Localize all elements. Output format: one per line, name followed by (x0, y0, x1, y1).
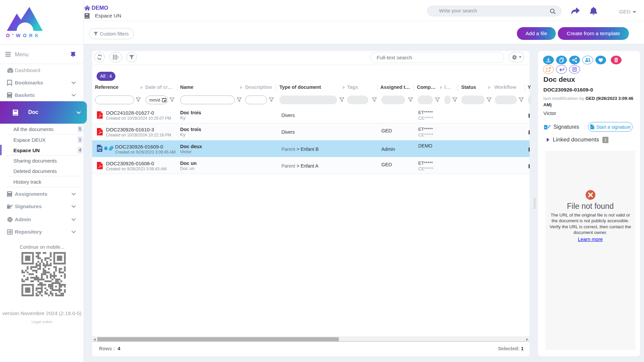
svg-text:O'WORK: O'WORK (6, 33, 41, 38)
svg-text:w: w (99, 149, 101, 152)
